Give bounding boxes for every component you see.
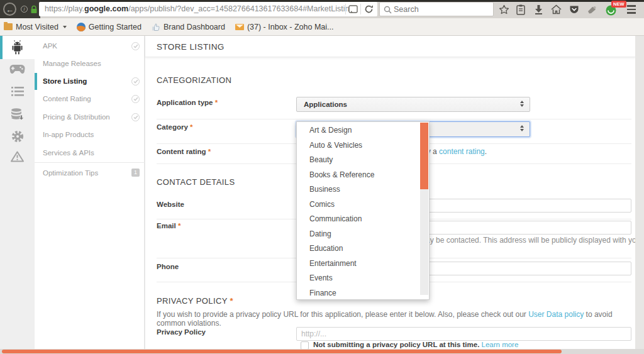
category-option[interactable]: Auto & Vehicles	[297, 138, 429, 153]
alerts-warning-icon[interactable]	[0, 151, 35, 162]
game-services-icon[interactable]	[0, 64, 35, 74]
dropdown-scrollbar-thumb[interactable]	[420, 123, 428, 189]
url-bar[interactable]: https://play.google.com/apps/publish/?de…	[39, 2, 377, 16]
category-option[interactable]: Beauty	[297, 153, 429, 168]
privacy-policy-input[interactable]	[296, 327, 631, 341]
search-icon	[384, 6, 392, 14]
page-title: STORE LISTING	[157, 42, 225, 52]
nav-item-store-listing[interactable]: Store Listing	[43, 77, 87, 85]
section-contact-details: CONTACT DETAILS	[157, 177, 235, 187]
category-option[interactable]: Communication	[297, 212, 429, 227]
application-type-label: Application type *	[157, 99, 218, 106]
page-vertical-scrollbar[interactable]	[635, 36, 644, 354]
play-console-app: APK Manage Releases Store Listing Conten…	[0, 36, 644, 354]
bookmark-label: Brand Dashboard	[164, 23, 225, 31]
divider	[157, 119, 631, 119]
content-rating-label: Content rating *	[157, 148, 211, 155]
back-button[interactable]: ←	[3, 3, 16, 16]
category-dropdown-menu: Art & DesignAuto & VehiclesBeautyBooks &…	[296, 121, 430, 300]
category-option[interactable]: Education	[297, 241, 429, 257]
menu-icon[interactable]	[625, 3, 638, 16]
settings-gear-icon[interactable]	[0, 130, 35, 143]
check-icon	[131, 77, 140, 86]
content-rating-link[interactable]: content rating	[439, 147, 485, 156]
search-box[interactable]	[379, 2, 494, 16]
email-label: Email *	[157, 222, 180, 230]
category-option[interactable]: Art & Design	[297, 123, 429, 138]
application-type-select[interactable]: Applications	[296, 97, 530, 112]
category-option[interactable]: Business	[297, 182, 429, 197]
bookmark-getting-started[interactable]: Getting Started	[77, 23, 142, 31]
store-listing-nav: APK Manage Releases Store Listing Conten…	[35, 36, 145, 354]
category-option[interactable]: Events	[297, 271, 429, 286]
select-stepper-icon	[520, 101, 524, 107]
section-categorization: CATEGORIZATION	[157, 75, 231, 85]
privacy-description: If you wish to provide a privacy policy …	[157, 310, 630, 328]
nav-item-services-apis[interactable]: Services & APIs	[43, 149, 94, 157]
reader-view-icon[interactable]	[348, 5, 358, 13]
divider	[345, 4, 346, 14]
divider	[35, 162, 145, 163]
page-info-icon[interactable]: i	[21, 6, 28, 13]
new-badge: NEW	[611, 1, 626, 8]
url-text: https://play.google.com/apps/publish/?de…	[45, 2, 349, 16]
bookmark-label: (37) - Inbox - Zoho Mai...	[247, 23, 334, 31]
extension-icon[interactable]	[586, 3, 598, 16]
nav-item-manage-releases[interactable]: Manage Releases	[43, 60, 101, 67]
nav-item-inapp-products[interactable]: In-app Products	[43, 131, 94, 138]
bookmark-zoho-inbox[interactable]: (37) - Inbox - Zoho Mai...	[235, 23, 334, 31]
app-icon-rail	[0, 36, 35, 354]
envelope-icon	[235, 24, 244, 30]
divider	[360, 4, 361, 14]
user-data-policy-link[interactable]: User Data policy	[528, 310, 584, 319]
privacy-policy-checkbox-label: Not submitting a privacy policy URL at t…	[313, 341, 518, 348]
category-option[interactable]: Books & Reference	[297, 168, 429, 183]
bookmarks-menu-icon[interactable]	[514, 3, 527, 16]
optimization-tips-badge: 1	[131, 169, 140, 177]
email-helper-text: may be contacted. This address will be p…	[419, 236, 643, 245]
bookmark-brand-dashboard[interactable]: Brand Dashboard	[152, 23, 225, 31]
bookmark-star-icon[interactable]	[497, 3, 510, 16]
check-icon	[131, 113, 140, 121]
bookmark-label: Most Visited	[16, 23, 58, 31]
nav-item-content-rating[interactable]: Content Rating	[43, 95, 91, 102]
nav-item-optimization-tips[interactable]: Optimization Tips	[43, 169, 98, 177]
chevron-down-icon	[63, 26, 67, 28]
page-horizontal-scrollbar[interactable]	[0, 349, 644, 354]
learn-more-link[interactable]: Learn more	[482, 341, 519, 348]
selected-indicator	[35, 73, 37, 90]
application-type-value: Applications	[304, 97, 347, 111]
category-option[interactable]: Dating	[297, 227, 429, 242]
bookmarks-bar: Most Visited Getting Started Brand Dashb…	[0, 18, 644, 36]
https-lock-icon[interactable]	[30, 5, 38, 14]
page-header: STORE LISTING	[145, 36, 636, 57]
phone-label: Phone	[157, 263, 179, 270]
bookmark-most-visited[interactable]: Most Visited	[4, 23, 67, 31]
category-option[interactable]: Finance	[297, 286, 429, 301]
home-icon[interactable]	[550, 3, 562, 16]
store-listing-page: STORE LISTING CATEGORIZATION Application…	[145, 36, 635, 354]
order-list-icon[interactable]	[0, 87, 35, 96]
category-option[interactable]: Entertainment	[297, 257, 429, 272]
nav-item-apk[interactable]: APK	[43, 42, 57, 50]
pocket-icon[interactable]	[568, 3, 580, 16]
privacy-policy-label: Privacy Policy	[157, 328, 206, 336]
search-input[interactable]	[394, 3, 488, 16]
category-label: Category *	[157, 123, 193, 131]
check-icon	[131, 42, 140, 50]
all-applications-icon[interactable]	[0, 40, 35, 55]
bookmark-label: Getting Started	[89, 23, 142, 31]
section-privacy-policy: PRIVACY POLICY *	[157, 296, 233, 306]
nav-item-pricing-distribution[interactable]: Pricing & Distribution	[43, 113, 110, 121]
reports-download-icon[interactable]	[0, 108, 35, 121]
thumbs-up-icon	[152, 23, 160, 31]
firefox-icon	[77, 23, 86, 31]
horizontal-scrollbar-thumb[interactable]	[2, 350, 562, 353]
category-option[interactable]: Comics	[297, 197, 429, 213]
select-stepper-icon	[520, 125, 524, 131]
downloads-icon[interactable]	[532, 3, 545, 16]
folder-icon	[4, 23, 13, 30]
dropdown-scrollbar-track[interactable]	[420, 189, 428, 295]
check-icon	[131, 95, 140, 103]
reload-icon[interactable]	[364, 4, 374, 14]
